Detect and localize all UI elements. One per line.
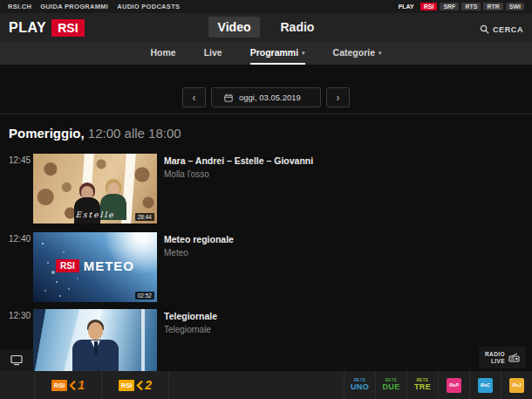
program-thumbnail: Estelle 28:44: [33, 154, 157, 224]
nav-programmi-label: Programmi: [250, 47, 298, 58]
anchor-tie: [94, 341, 98, 354]
studio-column: [141, 309, 145, 379]
rsi-logo-box: RSI: [56, 259, 79, 272]
chevron-down-icon: ▾: [379, 50, 382, 57]
radio-live-button[interactable]: RADIO LIVE: [479, 347, 526, 368]
snow-speckles: [42, 243, 44, 244]
radio-icon: [508, 353, 520, 362]
search-label: CERCA: [493, 25, 523, 34]
portal-play: PLAY: [395, 3, 418, 10]
date-value: oggi, 03.05.2019: [239, 93, 301, 102]
program-thumbnail: [33, 309, 157, 379]
portal-rts[interactable]: RTS: [461, 3, 481, 10]
program-meta: Telegiornale Telegiornale: [164, 311, 217, 334]
program-title: Telegiornale: [164, 311, 217, 321]
channel-rete-uno[interactable]: RETEUNO: [344, 371, 375, 399]
date-select[interactable]: oggi, 03.05.2019: [211, 87, 321, 107]
program-subtitle: Molla l'osso: [164, 169, 313, 179]
rsi-logo-box: RSI: [51, 380, 68, 391]
channel-radio-swiss-jazz[interactable]: RsJ: [501, 371, 532, 399]
program-meta: Mara – Andrei – Estelle – Giovanni Molla…: [164, 155, 313, 179]
channel-rsi-la1[interactable]: RSI 1: [35, 371, 102, 399]
radio-swiss-classic-icon: RsC: [478, 378, 493, 393]
rsi-meteo-logo: RSI METEO: [33, 258, 157, 273]
channel-number: 2: [145, 378, 152, 392]
program-subtitle: Telegiornale: [164, 325, 217, 334]
tab-video[interactable]: Video: [208, 17, 261, 38]
nav-categorie-label: Categorie: [333, 47, 375, 58]
program-thumbnail: RSI METEO 02:52: [33, 232, 157, 302]
radio-swiss-pop-icon: RsP: [447, 378, 461, 393]
tv-icon: [10, 354, 24, 366]
program-time: 12:45: [9, 155, 31, 165]
anchor-head: [88, 322, 103, 340]
link-guida-programmi[interactable]: GUIDA PROGRAMMI: [40, 3, 108, 10]
nav-categorie[interactable]: Categorie ▾: [333, 42, 382, 65]
date-picker: ‹ oggi, 03.05.2019 ›: [0, 87, 532, 107]
la-glyph-icon: [136, 380, 143, 391]
program-time: 12:30: [9, 311, 31, 320]
radio-live-line2: LIVE: [491, 358, 505, 364]
channel-radio-swiss-classic[interactable]: RsC: [469, 371, 501, 399]
calendar-icon: [224, 93, 233, 102]
program-subtitle: Meteo: [164, 248, 234, 258]
next-day-button[interactable]: ›: [326, 87, 350, 107]
nav-home[interactable]: Home: [150, 42, 175, 65]
program-time: 12:40: [9, 234, 31, 244]
search-button[interactable]: CERCA: [480, 24, 523, 34]
channel-rsi-la2[interactable]: RSI 2: [102, 371, 169, 399]
duration-badge: 02:52: [135, 292, 154, 299]
program-row[interactable]: 12:30 Telegiornale Telegiornale: [0, 309, 532, 379]
section-heading: Pomeriggio, 12:00 alle 18:00: [9, 126, 181, 141]
portal-swi[interactable]: SWI: [506, 3, 524, 10]
program-row[interactable]: 12:45 Estelle 28:44 Mara – Andrei – Este…: [0, 154, 532, 224]
radio-channels: RETEUNO RETEDUE RETETRE RsP RsC RsJ: [344, 371, 532, 399]
nav-home-label: Home: [150, 47, 175, 58]
program-title: Mara – Andrei – Estelle – Giovanni: [164, 155, 313, 166]
search-icon: [480, 24, 489, 34]
link-rsi-ch[interactable]: RSI.CH: [8, 3, 31, 10]
link-audio-podcasts[interactable]: AUDIO PODCASTS: [117, 3, 180, 10]
program-row[interactable]: 12:40 RSI METEO 02:52 Meteo regionale Me…: [0, 232, 532, 302]
channel-radio-swiss-pop[interactable]: RsP: [438, 371, 469, 399]
nav-live-label: Live: [204, 47, 222, 58]
section-time-range: 12:00 alle 18:00: [88, 126, 181, 141]
nav-live[interactable]: Live: [204, 42, 222, 65]
channel-rete-tre[interactable]: RETETRE: [406, 371, 438, 399]
channel-number: 1: [78, 378, 85, 392]
portal-srf[interactable]: SRF: [440, 3, 459, 10]
portal-rsi[interactable]: RSI: [420, 3, 438, 10]
rete-uno-line2: UNO: [351, 383, 369, 391]
channel-bar-spacer: [0, 371, 35, 399]
chevron-down-icon: ▾: [302, 50, 305, 57]
radio-swiss-jazz-icon: RsJ: [509, 378, 524, 393]
utility-bar: RSI.CH GUIDA PROGRAMMI AUDIO PODCASTS PL…: [0, 0, 532, 13]
rsi-logo-box: RSI: [119, 380, 135, 391]
divider: [0, 114, 532, 114]
play-rsi-screen: RSI.CH GUIDA PROGRAMMI AUDIO PODCASTS PL…: [0, 0, 532, 399]
rete-tre-line2: TRE: [414, 383, 431, 391]
radio-live-line1: RADIO: [485, 351, 505, 357]
media-tabs: Video Radio: [0, 17, 532, 38]
program-title: Meteo regionale: [164, 234, 234, 244]
portal-switcher: PLAY RSI SRF RTS RTR SWI: [395, 3, 524, 10]
section-title: Pomeriggio,: [9, 126, 85, 141]
prev-day-button[interactable]: ‹: [182, 87, 206, 107]
main-nav: Home Live Programmi ▾ Categorie ▾: [0, 42, 532, 65]
tab-radio[interactable]: Radio: [270, 17, 324, 38]
rete-due-line2: DUE: [383, 383, 400, 391]
utility-links: RSI.CH GUIDA PROGRAMMI AUDIO PODCASTS: [8, 3, 180, 10]
header: PLAY RSI Video Radio CERCA: [0, 13, 532, 42]
tv-channels-toggle[interactable]: [0, 349, 33, 371]
la-glyph-icon: [69, 380, 76, 391]
channel-rete-due[interactable]: RETEDUE: [375, 371, 406, 399]
meteo-logo-text: METEO: [84, 258, 134, 273]
nav-programmi[interactable]: Programmi ▾: [250, 42, 305, 65]
channel-bar: RSI 1 RSI 2 RETEUNO RETEDUE RETETRE: [0, 371, 532, 399]
duration-badge: 28:44: [135, 213, 154, 221]
program-meta: Meteo regionale Meteo: [164, 234, 234, 258]
portal-rtr[interactable]: RTR: [483, 3, 502, 10]
radio-live-label: RADIO LIVE: [485, 351, 505, 365]
